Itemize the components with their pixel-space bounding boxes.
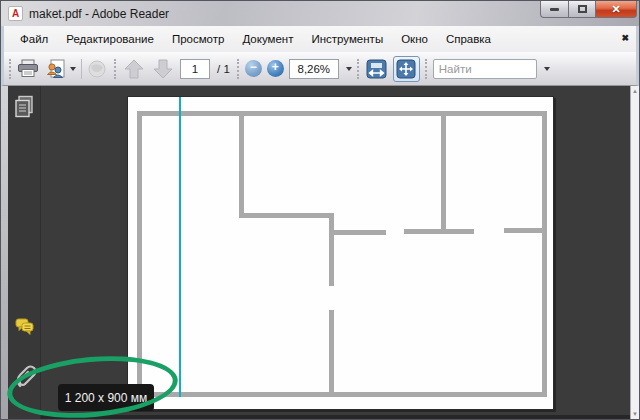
menu-view[interactable]: Просмотр [163, 29, 234, 49]
window-controls: ✕ [540, 1, 637, 18]
menu-edit[interactable]: Редактирование [57, 29, 163, 49]
zoom-out-button[interactable]: − [245, 60, 262, 77]
vertical-scrollbar[interactable]: ▲ ▼ [630, 86, 639, 419]
collaborate-icon [44, 59, 68, 79]
search-input[interactable] [433, 59, 537, 79]
pdf-page[interactable] [127, 96, 554, 410]
title-bar: A maket.pdf - Adobe Reader ✕ [1, 1, 639, 26]
comments-panel-button[interactable] [14, 317, 35, 340]
zoom-in-button[interactable]: + [267, 60, 284, 77]
fit-width-icon [366, 59, 387, 79]
wall-segment [239, 213, 334, 218]
menubar-close-icon[interactable]: ✖ [621, 33, 629, 43]
scroll-down-icon[interactable]: ▼ [632, 411, 638, 417]
wall-segment [329, 218, 334, 286]
print-button[interactable] [17, 59, 39, 78]
close-icon: ✕ [611, 3, 620, 16]
share-button-disabled [87, 59, 109, 79]
fit-page-button[interactable] [393, 56, 420, 82]
toolbar-grip[interactable] [9, 59, 12, 79]
window-bottom-edge [41, 415, 630, 419]
adobe-reader-window: A maket.pdf - Adobe Reader ✕ Файл Редакт… [0, 0, 640, 420]
guide-line [179, 97, 181, 397]
toolbar-grip[interactable] [114, 59, 117, 79]
wall-segment [329, 310, 334, 392]
toolbar-grip[interactable] [237, 59, 240, 79]
window-left-border [1, 86, 8, 419]
next-page-button-disabled [151, 58, 175, 80]
menu-help[interactable]: Справка [437, 29, 500, 49]
search-dropdown-arrow[interactable] [544, 67, 550, 71]
floorplan-outer-wall [137, 111, 547, 397]
minimize-icon [550, 8, 559, 11]
fit-page-icon [396, 59, 416, 79]
pages-panel-button[interactable] [14, 95, 35, 122]
zoom-dropdown-arrow[interactable] [346, 67, 352, 71]
content-area: ▲ ▼ 1 200 x 900 мм [1, 86, 639, 419]
minimize-button[interactable] [540, 1, 569, 18]
pdf-file-icon: A [8, 6, 23, 21]
page-count-label: / 1 [215, 63, 232, 75]
toolbar-separator [81, 59, 82, 79]
wall-segment [239, 116, 244, 218]
maximize-icon [578, 5, 587, 13]
globe-icon [87, 59, 109, 79]
page-number-input[interactable] [180, 59, 210, 79]
wall-segment [334, 230, 386, 235]
previous-page-button-disabled [122, 58, 146, 80]
toolbar: / 1 − + [1, 52, 639, 86]
wall-segment [504, 228, 542, 233]
wall-segment [404, 229, 474, 234]
collaborate-button[interactable] [44, 59, 76, 79]
menu-file[interactable]: Файл [11, 29, 57, 49]
menu-bar: Файл Редактирование Просмотр Документ Ин… [1, 26, 639, 52]
window-title: maket.pdf - Adobe Reader [29, 7, 169, 21]
toolbar-grip[interactable] [357, 59, 360, 79]
wall-segment [441, 116, 446, 234]
comments-icon [14, 317, 35, 338]
menu-tools[interactable]: Инструменты [302, 29, 392, 49]
printer-icon [17, 59, 39, 78]
pages-icon [14, 95, 35, 120]
scroll-up-icon[interactable]: ▲ [632, 88, 638, 94]
toolbar-grip[interactable] [425, 59, 428, 79]
close-button[interactable]: ✕ [596, 1, 637, 18]
up-arrow-icon [122, 58, 146, 80]
fit-width-button[interactable] [365, 58, 388, 80]
down-arrow-icon [151, 58, 175, 80]
maximize-button[interactable] [569, 1, 596, 18]
zoom-level-input[interactable] [289, 59, 339, 79]
menu-document[interactable]: Документ [233, 29, 302, 49]
menu-window[interactable]: Окно [392, 29, 437, 49]
collaborate-dropdown-arrow[interactable] [70, 67, 76, 71]
